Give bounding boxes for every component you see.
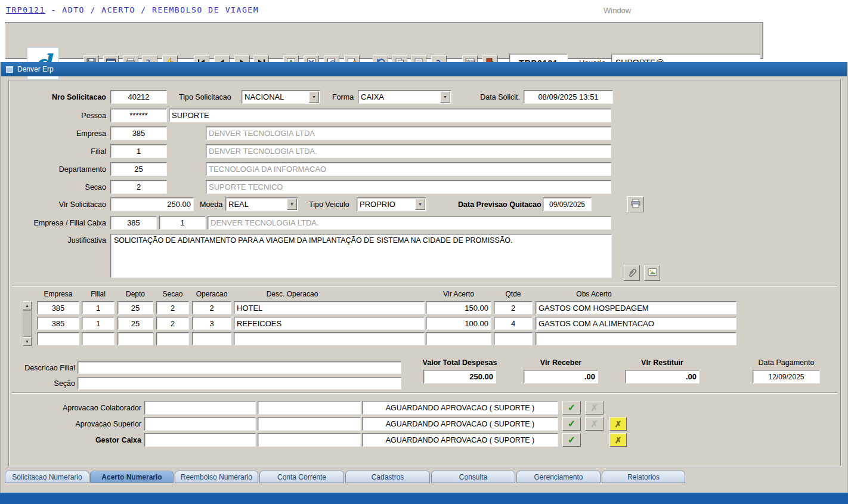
grid-scrollbar-track[interactable] xyxy=(23,310,32,337)
approve-superior-button[interactable]: ✓ xyxy=(562,417,581,431)
caixa-empresa-input[interactable] xyxy=(110,216,157,230)
data-pagamento-label: Data Pagamento xyxy=(753,358,820,367)
grid-cell-depto[interactable] xyxy=(117,301,153,314)
aprovacao-colaborador-field2[interactable] xyxy=(258,401,361,415)
gestor-caixa-field1[interactable] xyxy=(144,433,256,447)
justificativa-textarea[interactable]: SOLICITAÇÃO DE ADIANTAMENTO PARA A VIAGE… xyxy=(110,234,612,278)
grid-cell-qtde[interactable] xyxy=(494,332,533,345)
grid-header-obs-acerto: Obs Acerto xyxy=(536,290,652,298)
filial-code-input[interactable] xyxy=(110,144,167,158)
chevron-down-icon[interactable]: ▼ xyxy=(415,199,425,210)
aprovacao-colaborador-field1[interactable] xyxy=(144,401,256,415)
x-icon: ✗ xyxy=(615,420,622,428)
pessoa-name-input[interactable] xyxy=(169,109,611,122)
paperclip-icon xyxy=(627,267,637,279)
print-request-button[interactable] xyxy=(627,196,644,212)
grid-cell-filial[interactable] xyxy=(82,332,114,345)
moeda-select[interactable]: REAL▼ xyxy=(225,197,298,211)
vlr-restituir-display: .00 xyxy=(625,370,700,384)
pessoa-code-input[interactable] xyxy=(110,109,167,122)
grid-cell-desc-operacao[interactable] xyxy=(234,301,425,314)
moeda-value: REAL xyxy=(228,200,249,209)
grid-header-vlr-acerto: Vlr Acerto xyxy=(426,290,491,298)
descricao-filial-input[interactable] xyxy=(78,361,401,374)
data-pagamento-input[interactable] xyxy=(753,370,820,384)
gestor-caixa-field2[interactable] xyxy=(258,433,361,447)
tab-gerenciamento[interactable]: Gerenciamento xyxy=(516,471,601,483)
grid-cell-filial[interactable] xyxy=(82,301,114,314)
grid-cell-depto[interactable] xyxy=(117,332,153,345)
approve-colaborador-button[interactable]: ✓ xyxy=(562,401,581,415)
caixa-filial-input[interactable] xyxy=(159,216,206,230)
chevron-down-icon[interactable]: ▼ xyxy=(287,199,297,210)
grid-cell-secao[interactable] xyxy=(156,317,189,330)
grid-cell-vlr-acerto[interactable] xyxy=(426,332,491,345)
approve-gestor-button[interactable]: ✓ xyxy=(562,433,581,447)
grid-cell-operacao[interactable] xyxy=(192,301,231,314)
cancel-gestor-button[interactable]: ✗ xyxy=(609,433,627,447)
vlr-receber-display: .00 xyxy=(524,370,598,384)
forma-select[interactable]: CAIXA▼ xyxy=(358,90,451,104)
grid-cell-desc-operacao[interactable] xyxy=(234,317,425,330)
secao-filial-input[interactable] xyxy=(78,377,401,389)
empresa-label: Empresa xyxy=(12,129,106,138)
aprovacao-colaborador-label: Aprovacao Colaborador xyxy=(12,404,141,412)
vlr-solicitacao-input[interactable] xyxy=(110,197,194,211)
reject-superior-button[interactable]: ✗ xyxy=(585,417,603,431)
grid-scroll-down-button[interactable]: ▼ xyxy=(23,337,32,346)
grid-cell-empresa[interactable] xyxy=(37,332,79,345)
grid-cell-operacao[interactable] xyxy=(192,317,231,330)
image-attachment-button[interactable] xyxy=(644,265,660,281)
aprovacao-superior-field1[interactable] xyxy=(144,417,256,431)
aprovacao-superior-status: AGUARDANDO APROVACAO ( SUPORTE ) xyxy=(362,417,558,431)
attachment-button[interactable] xyxy=(624,265,640,281)
grid-cell-depto[interactable] xyxy=(117,317,153,330)
x-icon: ✗ xyxy=(590,419,598,428)
tab-reembolso-numerario[interactable]: Reembolso Numerario xyxy=(175,471,258,483)
grid-cell-obs-acerto[interactable] xyxy=(536,317,736,330)
tipo-solicitacao-label: Tipo Solicitacao xyxy=(179,93,231,101)
nro-solicitacao-input[interactable] xyxy=(110,90,167,104)
grid-cell-qtde[interactable] xyxy=(494,317,533,330)
secao-code-input[interactable] xyxy=(110,180,167,194)
grid-cell-secao[interactable] xyxy=(156,301,189,314)
cancel-superior-button[interactable]: ✗ xyxy=(609,417,627,431)
aprovacao-colaborador-status: AGUARDANDO APROVACAO ( SUPORTE ) xyxy=(362,401,558,415)
check-icon: ✓ xyxy=(568,435,575,445)
grid-cell-empresa[interactable] xyxy=(37,317,79,330)
departamento-label: Departamento xyxy=(12,165,106,174)
grid-cell-secao[interactable] xyxy=(156,332,189,345)
departamento-code-input[interactable] xyxy=(110,162,167,176)
grid-cell-vlr-acerto[interactable] xyxy=(426,317,491,330)
grid-cell-vlr-acerto[interactable] xyxy=(426,301,491,314)
tab-cadastros[interactable]: Cadastros xyxy=(345,471,430,483)
grid-scroll-up-button[interactable]: ▲ xyxy=(23,301,32,310)
empresa-code-input[interactable] xyxy=(110,126,167,140)
tab-consulta[interactable]: Consulta xyxy=(431,471,515,483)
program-code-text: TRP0121 xyxy=(6,5,45,14)
grid-cell-qtde[interactable] xyxy=(494,301,533,314)
tab-conta-corrente[interactable]: Conta Corrente xyxy=(259,471,344,483)
reject-colaborador-button[interactable]: ✗ xyxy=(585,401,603,415)
x-icon: ✗ xyxy=(615,436,622,444)
grid-cell-empresa[interactable] xyxy=(37,301,79,314)
bottom-status-bar xyxy=(0,493,848,504)
chevron-down-icon[interactable]: ▼ xyxy=(440,91,450,103)
grid-cell-operacao[interactable] xyxy=(192,332,231,345)
nro-solicitacao-label: Nro Solicitacao xyxy=(12,93,106,101)
chevron-down-icon[interactable]: ▼ xyxy=(309,91,319,103)
valor-total-display: 250.00 xyxy=(423,370,496,384)
data-previsao-input[interactable] xyxy=(543,197,592,211)
grid-cell-filial[interactable] xyxy=(82,317,114,330)
tipo-solicitacao-select[interactable]: NACIONAL▼ xyxy=(242,90,320,104)
grid-cell-desc-operacao[interactable] xyxy=(234,332,425,345)
grid-cell-obs-acerto[interactable] xyxy=(536,332,736,345)
aprovacao-superior-field2[interactable] xyxy=(258,417,361,431)
window-menu-item[interactable]: Window xyxy=(603,6,631,15)
tab-acerto-numerario[interactable]: Acerto Numerario xyxy=(90,471,174,483)
data-solicit-input[interactable] xyxy=(524,90,613,104)
grid-cell-obs-acerto[interactable] xyxy=(536,301,736,314)
tab-solicitacao-numerario[interactable]: Solicitacao Numerario xyxy=(5,471,89,483)
tipo-veiculo-select[interactable]: PROPRIO▼ xyxy=(357,197,426,211)
tab-relatorios[interactable]: Relatorios xyxy=(602,471,685,483)
